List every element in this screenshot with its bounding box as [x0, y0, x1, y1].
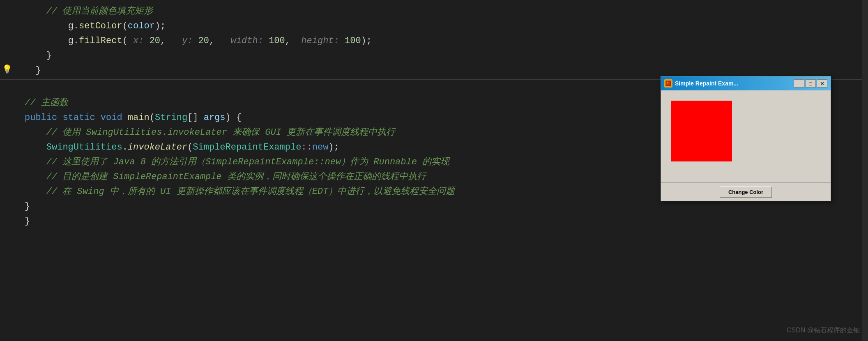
red-rectangle: [671, 101, 732, 161]
swing-window: Simple Repaint Exam... — □ ✕ Change Colo…: [661, 76, 831, 201]
svg-rect-1: [667, 82, 668, 83]
code-line: // 使用当前颜色填充矩形: [0, 4, 868, 19]
swing-title-left: Simple Repaint Exam...: [664, 79, 738, 88]
code-line: g.setColor(color);: [0, 19, 868, 34]
code-line: }: [0, 199, 868, 214]
maximize-button[interactable]: □: [805, 79, 816, 88]
swing-window-controls[interactable]: — □ ✕: [794, 79, 827, 88]
watermark: CSDN @钻石程序的金钿: [787, 326, 860, 335]
editor-scrollbar[interactable]: [862, 0, 868, 341]
line-text: // 使用当前颜色填充矩形: [46, 6, 153, 16]
lightbulb-icon: 💡: [2, 63, 12, 76]
minimize-button[interactable]: —: [794, 79, 804, 88]
watermark-text: CSDN @钻石程序的金钿: [787, 327, 860, 334]
code-line: g.fillRect( x: 20, y: 20, width: 100, he…: [0, 34, 868, 48]
change-color-button[interactable]: Change Color: [720, 187, 772, 198]
code-line: }: [0, 48, 868, 63]
swing-titlebar: Simple Repaint Exam... — □ ✕: [661, 76, 831, 90]
swing-app-icon: [664, 79, 672, 88]
swing-footer: Change Color: [661, 182, 831, 201]
swing-content-area: [661, 90, 831, 182]
editor-area: // 使用当前颜色填充矩形 g.setColor(color); g.fillR…: [0, 0, 868, 341]
swing-window-title: Simple Repaint Exam...: [675, 80, 738, 87]
close-button[interactable]: ✕: [817, 79, 827, 88]
code-line: }: [0, 214, 868, 229]
comment-main: // 主函数: [25, 98, 68, 108]
